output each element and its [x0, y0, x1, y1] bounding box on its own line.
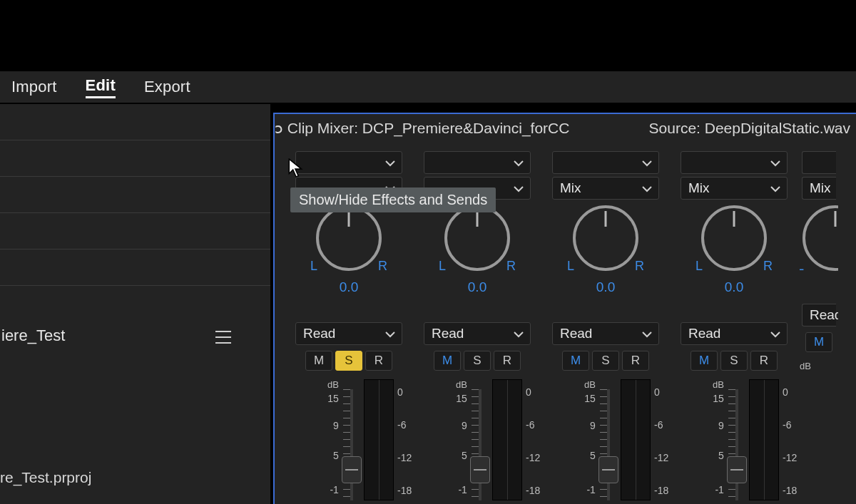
- send-dropdown[interactable]: Mix: [802, 177, 836, 200]
- chevron-down-icon: [384, 157, 396, 173]
- chevron-down-icon: [770, 182, 781, 198]
- mute-button[interactable]: M: [691, 351, 718, 371]
- fader-ticks: [472, 389, 489, 500]
- fader-meter-area: dB1595-10-6-12-18: [414, 379, 540, 504]
- show-hide-effects-toggle[interactable]: [283, 153, 297, 174]
- volume-fader[interactable]: [470, 456, 490, 483]
- fader-scale-left: dB: [800, 361, 811, 371]
- clip-mixer-panel: ɔ Clip Mixer: DCP_Premiere&Davinci_forCC…: [273, 113, 856, 504]
- tab-edit[interactable]: Edit: [86, 76, 116, 98]
- send-dropdown[interactable]: Mix: [552, 177, 659, 200]
- automation-mode-label: Read: [688, 326, 720, 341]
- automation-mode-dropdown[interactable]: Read: [552, 322, 659, 345]
- send-dropdown[interactable]: [424, 177, 531, 200]
- fader-ticks: [600, 389, 617, 500]
- panel-title[interactable]: ɔ Clip Mixer: DCP_Premiere&Davinci_forCC: [275, 120, 569, 137]
- pan-knob-wrap: LR: [442, 205, 513, 277]
- effect-slot-dropdown[interactable]: [424, 151, 531, 174]
- chevron-down-icon: [513, 182, 524, 198]
- mute-button[interactable]: M: [434, 351, 461, 371]
- solo-button[interactable]: S: [464, 351, 491, 371]
- automation-mode-label: Read: [432, 326, 464, 341]
- pan-right-label: R: [378, 259, 387, 274]
- pan-knob-wrap: LR: [570, 205, 641, 277]
- rec-button[interactable]: R: [622, 351, 649, 371]
- chevron-down-icon: [770, 328, 781, 344]
- level-meter: [621, 379, 651, 500]
- automation-mode-dropdown[interactable]: Read: [802, 304, 836, 326]
- automation-mode-dropdown[interactable]: Read: [681, 322, 788, 345]
- channel-strip: MixLRReadMdB: [800, 151, 838, 504]
- workspace-tabs: Import Edit Export: [0, 71, 856, 103]
- send-label: Mix: [810, 180, 831, 196]
- rec-button[interactable]: R: [750, 351, 778, 371]
- channel-strip: MixLR0.0ReadMSRdB1595-10-6-12-18: [543, 151, 668, 504]
- fader-ticks: [343, 389, 360, 500]
- level-meter: [364, 379, 394, 500]
- msr-group: MSR: [543, 351, 668, 371]
- send-dropdown[interactable]: Mix: [681, 177, 788, 200]
- effect-slot-dropdown[interactable]: [802, 151, 836, 174]
- solo-button[interactable]: S: [720, 351, 748, 371]
- automation-mode-dropdown[interactable]: Read: [424, 322, 531, 345]
- channel-strip: LR0.0ReadMSRdB1595-10-6-12-18: [286, 151, 412, 504]
- automation-mode-label: Read: [303, 326, 335, 341]
- pan-left-label: L: [439, 259, 446, 274]
- volume-fader[interactable]: [342, 456, 362, 483]
- mute-button[interactable]: M: [805, 332, 832, 352]
- level-meter: [492, 379, 522, 500]
- automation-mode-dropdown[interactable]: Read: [295, 322, 402, 345]
- tab-import[interactable]: Import: [11, 78, 57, 96]
- pan-value: 0.0: [671, 279, 797, 295]
- project-file-name[interactable]: re_Test.prproj: [0, 469, 91, 486]
- pan-knob-wrap: LR: [313, 205, 384, 277]
- chevron-down-icon: [641, 182, 653, 198]
- chevron-down-icon: [513, 157, 524, 173]
- solo-button[interactable]: S: [335, 351, 362, 371]
- pan-right-label: R: [506, 259, 516, 274]
- rec-button[interactable]: R: [494, 351, 521, 371]
- project-name[interactable]: iere_Test: [0, 326, 65, 345]
- panel-menu-icon[interactable]: [215, 329, 231, 348]
- rec-button[interactable]: R: [365, 351, 392, 371]
- pan-left-label: L: [800, 259, 804, 274]
- chevron-down-icon: [513, 328, 524, 344]
- effect-slot-dropdown[interactable]: [552, 151, 659, 174]
- mute-button[interactable]: M: [562, 351, 589, 371]
- pan-knob[interactable]: [316, 205, 382, 271]
- pan-left-label: L: [567, 259, 574, 274]
- pan-value: 0.0: [414, 279, 540, 295]
- channel-strip: MixLR0.0ReadMSRdB1595-10-6-12-18: [671, 151, 797, 504]
- svg-rect-0: [215, 331, 231, 332]
- effect-slot-dropdown[interactable]: [681, 151, 788, 174]
- pan-value: 0.0: [286, 279, 412, 295]
- pan-left-label: L: [696, 259, 703, 274]
- pan-knob[interactable]: [701, 205, 767, 271]
- pan-knob[interactable]: [444, 205, 510, 271]
- send-label: Mix: [560, 180, 581, 196]
- mute-button[interactable]: M: [305, 351, 332, 371]
- fader-scale-left: dB1595-1: [713, 379, 724, 389]
- send-dropdown[interactable]: [295, 177, 402, 200]
- project-panel: iere_Test re_Test.prproj: [0, 104, 272, 504]
- volume-fader[interactable]: [727, 456, 747, 483]
- fader-meter-area: dB1595-10-6-12-18: [671, 379, 797, 504]
- volume-fader[interactable]: [598, 456, 618, 483]
- tab-export[interactable]: Export: [144, 78, 190, 96]
- svg-rect-2: [215, 342, 231, 344]
- fader-scale-left: dB1595-1: [584, 379, 596, 389]
- fader-scale-left: dB1595-1: [456, 379, 467, 389]
- msr-group: MSR: [414, 351, 540, 371]
- pan-knob[interactable]: [802, 205, 838, 271]
- channel-strip: LR0.0ReadMSRdB1595-10-6-12-18: [414, 151, 540, 504]
- solo-button[interactable]: S: [592, 351, 619, 371]
- effect-slot-dropdown[interactable]: [295, 151, 402, 174]
- pan-knob[interactable]: [573, 205, 638, 271]
- source-label[interactable]: Source: DeepDigitalStatic.wav: [649, 120, 850, 137]
- automation-mode-label: Read: [810, 307, 838, 323]
- msr-group: M: [800, 332, 838, 352]
- fader-meter-area: dB1595-10-6-12-18: [286, 379, 412, 504]
- fader-meter-area: dB: [800, 361, 838, 489]
- msr-group: MSR: [671, 351, 797, 371]
- pan-knob-wrap: LR: [698, 205, 770, 277]
